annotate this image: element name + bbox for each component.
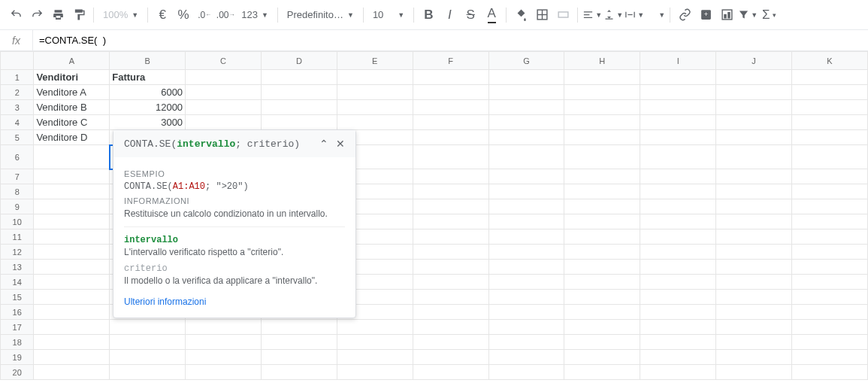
cell-I17[interactable] [640, 320, 716, 335]
cell-I4[interactable] [640, 115, 716, 130]
cell-E4[interactable] [337, 115, 413, 130]
cell-C4[interactable] [186, 115, 262, 130]
font-size-dropdown[interactable]: 10▼ [368, 9, 409, 20]
cell-G8[interactable] [488, 184, 564, 199]
cell-D17[interactable] [261, 320, 337, 335]
cell-E19[interactable] [337, 350, 413, 365]
cell-I9[interactable] [640, 199, 716, 214]
cell-B18[interactable] [110, 335, 186, 350]
cell-F19[interactable] [413, 350, 488, 365]
cell-H13[interactable] [564, 260, 640, 275]
cell-K18[interactable] [791, 335, 867, 350]
cell-J3[interactable] [716, 100, 792, 115]
bold-button[interactable]: B [419, 5, 438, 25]
row-header-6[interactable]: 6 [1, 145, 34, 169]
cell-B17[interactable] [110, 320, 186, 335]
cell-C2[interactable] [186, 85, 262, 100]
col-header-H[interactable]: H [564, 52, 640, 70]
cell-F5[interactable] [413, 130, 488, 145]
font-dropdown[interactable]: Predefinito…▼ [283, 9, 358, 20]
row-header-2[interactable]: 2 [1, 85, 34, 100]
cell-I13[interactable] [640, 260, 716, 275]
cell-D18[interactable] [261, 335, 337, 350]
increase-decimal-button[interactable]: .00→ [216, 5, 235, 25]
col-header-E[interactable]: E [337, 52, 413, 70]
cell-A13[interactable] [34, 260, 110, 275]
cell-C20[interactable] [186, 365, 262, 380]
cell-I20[interactable] [640, 365, 716, 380]
cell-F9[interactable] [413, 199, 488, 214]
cell-G9[interactable] [488, 199, 564, 214]
cell-K3[interactable] [791, 100, 867, 115]
cell-J18[interactable] [716, 335, 792, 350]
cell-B20[interactable] [110, 365, 186, 380]
cell-I5[interactable] [640, 130, 716, 145]
cell-I18[interactable] [640, 335, 716, 350]
col-header-K[interactable]: K [791, 52, 867, 70]
cell-G11[interactable] [488, 229, 564, 245]
cell-H7[interactable] [564, 169, 640, 184]
cell-J19[interactable] [716, 350, 792, 365]
zoom-dropdown[interactable]: 100%▼ [98, 9, 143, 20]
strike-button[interactable]: S [461, 5, 480, 25]
cell-A5[interactable]: Venditore D [34, 130, 110, 145]
cell-B1[interactable]: Fattura [110, 70, 186, 85]
cell-C17[interactable] [186, 320, 262, 335]
italic-button[interactable]: I [440, 5, 459, 25]
col-header-D[interactable]: D [261, 52, 337, 70]
functions-button[interactable]: Σ▾ [759, 5, 779, 25]
col-header-F[interactable]: F [413, 52, 488, 70]
cell-H15[interactable] [564, 290, 640, 305]
cell-A12[interactable] [34, 245, 110, 260]
cell-H2[interactable] [564, 85, 640, 100]
cell-G18[interactable] [488, 335, 564, 350]
cell-J11[interactable] [716, 229, 792, 245]
filter-button[interactable]: ▼ [738, 5, 758, 25]
row-header-15[interactable]: 15 [1, 290, 34, 305]
cell-I3[interactable] [640, 100, 716, 115]
cell-G16[interactable] [488, 305, 564, 320]
col-header-A[interactable]: A [34, 52, 110, 70]
cell-J14[interactable] [716, 275, 792, 290]
cell-G2[interactable] [488, 85, 564, 100]
cell-F20[interactable] [413, 365, 488, 380]
cell-A9[interactable] [34, 199, 110, 214]
cell-I6[interactable] [640, 145, 716, 169]
cell-A16[interactable] [34, 305, 110, 320]
formula-input[interactable] [33, 30, 868, 50]
cell-G17[interactable] [488, 320, 564, 335]
cell-F2[interactable] [413, 85, 488, 100]
text-color-button[interactable]: A [482, 5, 501, 25]
cell-F7[interactable] [413, 169, 488, 184]
cell-J17[interactable] [716, 320, 792, 335]
rotate-button[interactable]: ▼ [646, 5, 665, 25]
fill-color-button[interactable] [511, 5, 531, 25]
cell-D1[interactable] [261, 70, 337, 85]
number-format-dropdown[interactable]: 123▼ [237, 9, 273, 20]
cell-F6[interactable] [413, 145, 488, 169]
col-header-C[interactable]: C [186, 52, 262, 70]
print-button[interactable] [48, 5, 68, 25]
cell-K8[interactable] [791, 184, 867, 199]
cell-J5[interactable] [716, 130, 792, 145]
cell-K7[interactable] [791, 169, 867, 184]
cell-J15[interactable] [716, 290, 792, 305]
borders-button[interactable] [532, 5, 552, 25]
cell-J12[interactable] [716, 245, 792, 260]
undo-button[interactable] [6, 5, 26, 25]
cell-G12[interactable] [488, 245, 564, 260]
decrease-decimal-button[interactable]: .0← [195, 5, 214, 25]
cell-G7[interactable] [488, 169, 564, 184]
cell-H3[interactable] [564, 100, 640, 115]
cell-C18[interactable] [186, 335, 262, 350]
cell-G13[interactable] [488, 260, 564, 275]
cell-H14[interactable] [564, 275, 640, 290]
cell-A3[interactable]: Venditore B [34, 100, 110, 115]
cell-G20[interactable] [488, 365, 564, 380]
row-header-19[interactable]: 19 [1, 350, 34, 365]
row-header-13[interactable]: 13 [1, 260, 34, 275]
row-header-9[interactable]: 9 [1, 199, 34, 214]
cell-J6[interactable] [716, 145, 792, 169]
cell-K10[interactable] [791, 214, 867, 229]
row-header-20[interactable]: 20 [1, 365, 34, 380]
